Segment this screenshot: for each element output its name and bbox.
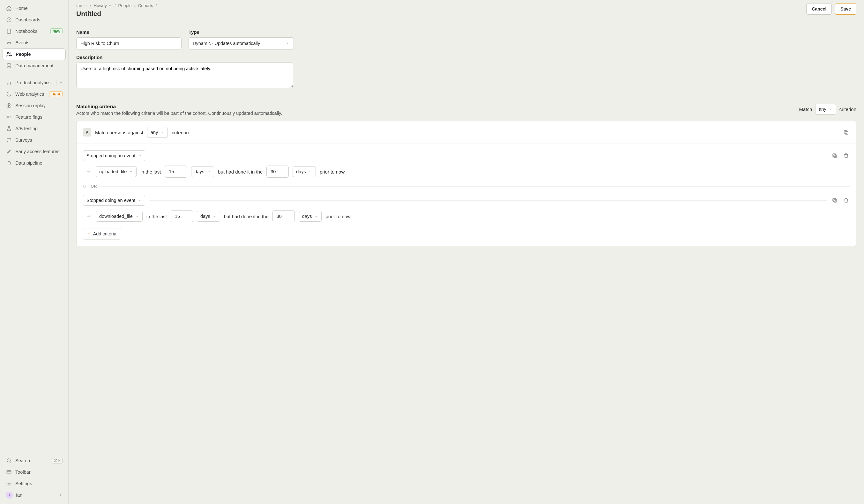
t1-unit-select[interactable]: days: [197, 211, 220, 222]
sidebar-item-label: Feature flags: [15, 115, 43, 120]
behavior-select[interactable]: Stopped doing an event: [83, 150, 145, 161]
breadcrumb-item[interactable]: Ian: [76, 3, 87, 8]
svg-rect-12: [7, 470, 11, 474]
t1-number-input[interactable]: [171, 210, 193, 222]
t2-number-input[interactable]: [273, 210, 295, 222]
search-icon: [6, 457, 12, 464]
svg-rect-19: [833, 199, 836, 201]
criteria-rule: Stopped doing an event: [83, 195, 850, 206]
pie-chart-icon: [6, 91, 12, 97]
cancel-button[interactable]: Cancel: [806, 3, 832, 15]
duplicate-rule-button[interactable]: [831, 152, 838, 159]
people-icon: [6, 51, 12, 57]
search-shortcut: ⌘ K: [52, 458, 62, 464]
rocket-icon: [6, 148, 12, 155]
sidebar-item-label: Web analytics: [15, 92, 44, 97]
sidebar-item-feature-flags[interactable]: Feature flags: [2, 111, 66, 123]
svg-rect-15: [844, 131, 847, 133]
sidebar-item-settings[interactable]: Settings: [2, 478, 66, 489]
match-mode-select[interactable]: any: [815, 104, 836, 115]
sidebar-item-data-pipeline[interactable]: Data pipeline: [2, 157, 66, 169]
save-button[interactable]: Save: [835, 3, 856, 15]
sidebar-item-surveys[interactable]: Surveys: [2, 134, 66, 146]
breadcrumb-item[interactable]: People: [118, 3, 132, 8]
t1-unit-select[interactable]: days: [191, 166, 214, 177]
sidebar-item-notebooks[interactable]: Notebooks NEW: [2, 25, 66, 37]
sidebar-item-label: Toolbar: [15, 470, 31, 475]
or-label: OR: [91, 184, 97, 189]
svg-point-5: [7, 63, 11, 65]
sidebar-item-ab-testing[interactable]: A/B testing: [2, 123, 66, 134]
add-insight-button[interactable]: [56, 80, 62, 86]
svg-rect-14: [845, 131, 848, 134]
sidebar-item-events[interactable]: Events: [2, 37, 66, 48]
t1-number-input[interactable]: [165, 166, 187, 178]
add-criteria-button[interactable]: + Add criteria: [83, 228, 121, 240]
breadcrumb-item[interactable]: Cohorts: [138, 3, 153, 8]
type-label: Type: [189, 29, 294, 35]
sub-arrow-icon: [86, 169, 91, 174]
description-input[interactable]: [76, 62, 293, 88]
sidebar-item-label: Home: [15, 6, 28, 11]
criteria-title: Matching criteria: [76, 104, 282, 109]
database-icon: [6, 62, 12, 69]
chevron-down-icon: [138, 199, 142, 202]
sidebar-item-label: Notebooks: [15, 29, 37, 34]
sidebar-item-dashboards[interactable]: Dashboards: [2, 14, 66, 25]
sidebar-item-data-management[interactable]: Data management: [2, 60, 66, 71]
chat-icon: [6, 137, 12, 143]
event-select[interactable]: uploaded_file: [96, 166, 136, 177]
chevron-down-icon: [207, 170, 211, 173]
sidebar-item-label: Ian: [16, 493, 22, 497]
sidebar-item-home[interactable]: Home: [2, 2, 66, 14]
sidebar-item-label: Data management: [15, 63, 53, 68]
sidebar-item-label: Early access features: [15, 149, 60, 154]
svg-point-11: [7, 459, 11, 462]
delete-rule-button[interactable]: [843, 197, 850, 204]
toolbar-icon: [6, 469, 12, 475]
main: Ian / Howdy / People / Cohorts / Untitle…: [69, 0, 864, 504]
sidebar-item-people[interactable]: People: [2, 48, 66, 60]
description-label: Description: [76, 55, 856, 60]
sidebar-item-session-replay[interactable]: Session replay: [2, 100, 66, 111]
t2-number-input[interactable]: [266, 166, 289, 178]
pipeline-icon: [6, 160, 12, 166]
event-select[interactable]: downloaded_file: [96, 211, 143, 222]
sidebar-item-label: Search: [15, 458, 30, 463]
chevron-down-icon: [213, 214, 217, 218]
breadcrumb-item[interactable]: Howdy: [94, 3, 112, 8]
sidebar-item-product-analytics[interactable]: Product analytics: [2, 77, 66, 88]
svg-point-8: [8, 117, 9, 118]
match-label: Match: [799, 107, 812, 112]
type-select[interactable]: Dynamic · Updates automatically: [189, 37, 294, 49]
sidebar-item-label: People: [16, 52, 31, 57]
flask-icon: [6, 125, 12, 132]
group-mode-select[interactable]: any: [147, 127, 168, 138]
delete-rule-button[interactable]: [843, 152, 850, 159]
chevron-down-icon: [285, 41, 290, 46]
sidebar-item-user[interactable]: I Ian: [2, 489, 66, 501]
group-text-post: criterion: [172, 130, 189, 135]
sidebar-item-web-analytics[interactable]: Web analytics BETA: [2, 88, 66, 100]
duplicate-group-button[interactable]: [843, 129, 850, 136]
chevron-down-icon: [138, 154, 142, 158]
chevron-down-icon: [84, 4, 87, 8]
sidebar-item-search[interactable]: Search ⌘ K: [2, 455, 66, 466]
svg-rect-17: [833, 154, 836, 157]
match-suffix: criterion: [839, 107, 856, 112]
group-text-pre: Match persons against: [95, 130, 143, 135]
name-input[interactable]: [76, 37, 181, 49]
sidebar-item-label: A/B testing: [15, 126, 38, 131]
svg-point-3: [7, 52, 9, 54]
chevron-down-icon: [135, 214, 139, 218]
t2-unit-select[interactable]: days: [292, 166, 316, 177]
duplicate-rule-button[interactable]: [831, 197, 838, 204]
t2-unit-select[interactable]: days: [299, 211, 322, 222]
sidebar-item-early-access[interactable]: Early access features: [2, 146, 66, 157]
group-letter: A: [83, 128, 91, 136]
gauge-icon: [6, 16, 12, 23]
sidebar-item-label: Dashboards: [15, 17, 40, 22]
behavior-select[interactable]: Stopped doing an event: [83, 195, 145, 206]
sidebar-item-toolbar[interactable]: Toolbar: [2, 466, 66, 478]
svg-point-13: [8, 483, 10, 484]
